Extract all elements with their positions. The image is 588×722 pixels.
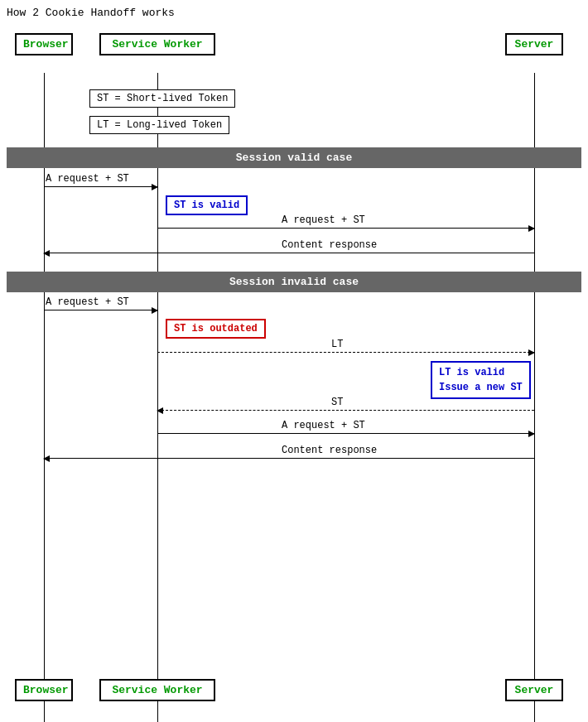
legend-lt: LT = Long-lived Token [89,116,229,134]
label-req3: A request + ST [46,296,129,308]
label-req2: A request + ST [282,214,365,226]
service-worker-lifeline [157,73,158,722]
annotation-st-valid: ST is valid [166,195,248,215]
service-worker-actor-bottom: Service Worker [99,679,215,701]
server-actor-bottom: Server [505,679,563,701]
browser-lifeline [44,73,45,722]
arrow-req3 [44,310,157,310]
label-req1: A request + ST [46,173,129,185]
annotation-st-outdated: ST is outdated [166,319,266,339]
arrow-req1 [44,186,157,187]
arrow-lt-send [157,352,534,353]
label-resp2: Content response [282,445,377,456]
legend-st: ST = Short-lived Token [89,89,235,108]
label-resp1: Content response [282,239,377,251]
diagram-title: How 2 Cookie Handoff works [7,7,175,19]
server-actor-top: Server [505,33,563,55]
arrow-req2 [157,228,534,229]
label-st-return: ST [331,397,343,408]
diagram-container: How 2 Cookie Handoff works Browser Servi… [0,0,588,722]
arrow-req4 [157,433,534,434]
arrow-resp1 [44,253,534,253]
section-valid: Session valid case [7,147,581,168]
service-worker-actor-top: Service Worker [99,33,215,55]
browser-actor-bottom: Browser [15,679,73,701]
arrow-resp2 [44,458,534,459]
arrow-st-return [157,410,534,411]
browser-actor-top: Browser [15,33,73,55]
server-lifeline [534,73,535,722]
section-invalid: Session invalid case [7,272,581,292]
annotation-lt-valid: LT is valid Issue a new ST [431,361,531,399]
label-req4: A request + ST [282,420,365,431]
label-lt: LT [331,339,343,350]
